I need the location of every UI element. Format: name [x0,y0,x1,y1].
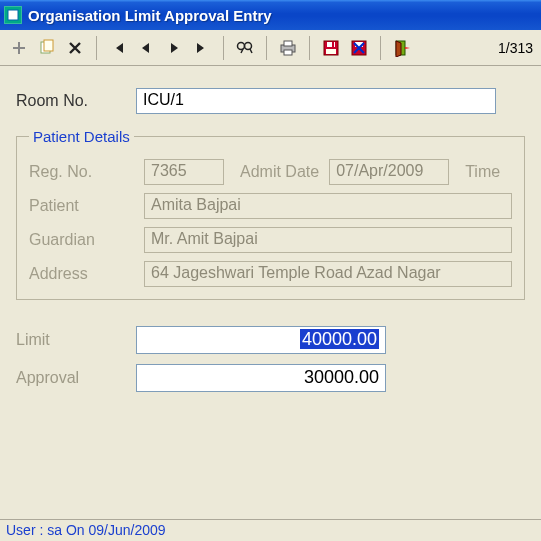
patient-label: Patient [29,197,134,215]
room-no-label: Room No. [16,92,136,110]
exit-button[interactable] [389,35,415,61]
room-no-value: ICU/1 [143,91,184,108]
toolbar: 1/313 [0,30,541,66]
first-record-button[interactable] [105,35,131,61]
time-label: Time [465,163,500,181]
admit-date-field: 07/Apr/2009 [329,159,449,185]
address-value: 64 Jageshwari Temple Road Azad Nagar [151,264,441,281]
reg-no-value: 7365 [151,162,187,179]
separator [380,36,381,60]
separator [266,36,267,60]
last-record-button[interactable] [189,35,215,61]
limit-input[interactable]: 40000.00 [136,326,386,354]
save-button[interactable] [318,35,344,61]
svg-rect-6 [284,41,292,46]
address-label: Address [29,265,134,283]
record-counter: 1/313 [498,40,535,56]
limit-label: Limit [16,331,136,349]
guardian-value: Mr. Amit Bajpai [151,230,258,247]
separator [96,36,97,60]
room-no-input[interactable]: ICU/1 [136,88,496,114]
guardian-field: Mr. Amit Bajpai [144,227,512,253]
separator [223,36,224,60]
svg-rect-7 [284,50,292,55]
window-title: Organisation Limit Approval Entry [28,7,272,24]
form-area: Room No. ICU/1 Patient Details Reg. No. … [0,66,541,412]
admit-date-label: Admit Date [240,163,319,181]
svg-point-4 [245,42,252,49]
address-field: 64 Jageshwari Temple Road Azad Nagar [144,261,512,287]
approval-value: 30000.00 [304,367,379,387]
admit-date-value: 07/Apr/2009 [336,162,423,179]
svg-rect-10 [332,42,334,47]
reg-no-field: 7365 [144,159,224,185]
limit-value: 40000.00 [300,329,379,349]
delete-button[interactable] [62,35,88,61]
approval-input[interactable]: 30000.00 [136,364,386,392]
find-button[interactable] [232,35,258,61]
cancel-save-button[interactable] [346,35,372,61]
patient-name-value: Amita Bajpai [151,196,241,213]
print-button[interactable] [275,35,301,61]
patient-details-legend: Patient Details [29,128,134,145]
guardian-label: Guardian [29,231,134,249]
patient-name-field: Amita Bajpai [144,193,512,219]
app-icon [4,6,22,24]
approval-label: Approval [16,369,136,387]
svg-rect-11 [326,49,336,54]
copy-button[interactable] [34,35,60,61]
svg-rect-0 [8,10,18,20]
prev-record-button[interactable] [133,35,159,61]
svg-rect-2 [44,40,53,51]
reg-no-label: Reg. No. [29,163,134,181]
next-record-button[interactable] [161,35,187,61]
patient-details-group: Patient Details Reg. No. 7365 Admit Date… [16,128,525,300]
new-button[interactable] [6,35,32,61]
svg-point-3 [238,42,245,49]
status-text: User : sa On 09/Jun/2009 [6,522,166,538]
separator [309,36,310,60]
window-titlebar: Organisation Limit Approval Entry [0,0,541,30]
status-bar: User : sa On 09/Jun/2009 [0,519,541,541]
